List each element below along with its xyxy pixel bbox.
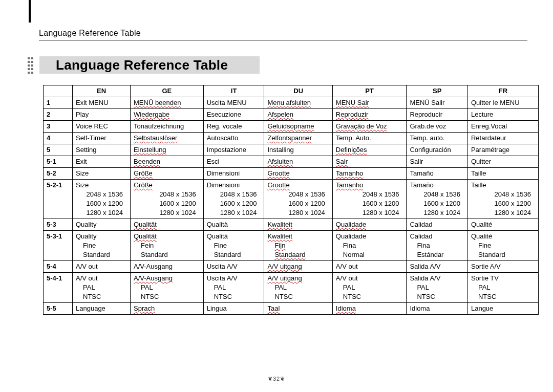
- cell-value: Dimensioni: [207, 181, 240, 189]
- cell-value: Paramétrage: [471, 146, 509, 154]
- cell-subline: PAL: [336, 283, 403, 292]
- cell-subline: Fein: [134, 241, 200, 250]
- cell-subvalue: Normal: [343, 251, 365, 258]
- page-number-ornament: ❦: [280, 376, 285, 382]
- cell-subline: 1600 x 1200: [267, 199, 329, 208]
- cell-value: Tamanho: [336, 181, 363, 189]
- cell-subvalue: 2048 x 1536: [363, 190, 399, 198]
- cell-value: Qualität: [134, 232, 157, 240]
- table-cell: Qualität: [131, 219, 204, 231]
- row-index: 3: [44, 121, 73, 133]
- row-index: 4: [44, 133, 73, 144]
- cell-value: Lingua: [207, 304, 227, 312]
- cell-value: A/V out: [336, 263, 358, 270]
- table-cell: Autoscatto: [203, 133, 264, 144]
- table-cell: Langue: [467, 303, 538, 315]
- table-cell: Uscita A/VPALNTSC: [203, 273, 264, 303]
- cell-subline: NTSC: [76, 292, 127, 301]
- table-cell: Afsluiten: [264, 156, 332, 168]
- cell-subvalue: 1600 x 1200: [494, 200, 531, 207]
- cell-value: Kwaliteit: [267, 221, 292, 228]
- cell-subvalue: NTSC: [141, 293, 159, 300]
- table-cell: A/V uitgangPALNTSC: [264, 273, 332, 303]
- table-cell: Paramétrage: [467, 144, 538, 156]
- table-cell: Kwaliteit: [264, 219, 332, 231]
- cell-subline: NTSC: [471, 292, 535, 301]
- table-cell: Taal: [264, 303, 332, 315]
- table-row: 2PlayWiedergabeEsecuzioneAfspelenReprodu…: [44, 109, 539, 121]
- cell-value: Afsluiten: [267, 158, 293, 165]
- cell-value: MENÜ beenden: [134, 99, 181, 106]
- cell-value: Tamaño: [410, 181, 433, 189]
- cell-subline: 1280 x 1024: [267, 208, 329, 217]
- cell-value: Configuración: [410, 146, 451, 154]
- cell-subline: 2048 x 1536: [336, 190, 403, 199]
- table-cell: Größe2048 x 15361600 x 12001280 x 1024: [131, 180, 204, 219]
- table-row: 5-4-1A/V outPALNTSCA/V-AusgangPALNTSCUsc…: [44, 273, 539, 303]
- table-cell: QualityFineStandard: [73, 231, 131, 261]
- table-cell: Sprach: [131, 303, 204, 315]
- cell-subvalue: Fine: [214, 242, 227, 249]
- table-cell: Lecture: [467, 109, 538, 121]
- cell-subvalue: 1600 x 1200: [363, 200, 399, 207]
- table-cell: Dimensioni2048 x 15361600 x 12001280 x 1…: [203, 180, 264, 219]
- cell-value: Zelfontspanner: [267, 134, 312, 142]
- col-pt: PT: [332, 85, 407, 97]
- cell-subline: 1600 x 1200: [410, 199, 464, 208]
- table-cell: A/V uitgang: [264, 261, 332, 273]
- table-cell: Salida A/V: [407, 261, 468, 273]
- table-cell: Retardateur: [467, 133, 538, 144]
- cell-value: A/V out: [336, 274, 358, 282]
- table-row: 5-1ExitBeendenEsciAfsluitenSairSalirQuit…: [44, 156, 539, 168]
- table-cell: Menu afsluiten: [264, 97, 332, 109]
- running-head-rule: [39, 40, 527, 40]
- page-number-value: 32: [273, 376, 280, 382]
- cell-subvalue: NTSC: [417, 293, 435, 300]
- cell-subvalue: NTSC: [274, 293, 292, 300]
- table-cell: Tamanho: [332, 168, 407, 180]
- cell-subline: NTSC: [336, 292, 403, 301]
- table-cell: Configuración: [407, 144, 468, 156]
- cell-value: Sair: [336, 158, 348, 165]
- document-page: Language Reference Table Language Refere…: [10, 0, 543, 392]
- cell-value: Lecture: [471, 111, 493, 118]
- table-cell: Play: [73, 109, 131, 121]
- dot-ornament: [28, 56, 33, 74]
- cell-subvalue: PAL: [343, 284, 355, 291]
- cell-value: Retardateur: [471, 134, 506, 142]
- table-cell: MENÜ beenden: [131, 97, 204, 109]
- table-row: 5-2-1Size2048 x 15361600 x 12001280 x 10…: [44, 180, 539, 219]
- table-cell: QualitàFineStandard: [203, 231, 264, 261]
- table-cell: Reg. vocale: [203, 121, 264, 133]
- cell-value: Dimensioni: [207, 169, 240, 177]
- table-cell: MENU Sair: [332, 97, 407, 109]
- table-cell: Zelfontspanner: [264, 133, 332, 144]
- table-cell: Enreg.Vocal: [467, 121, 538, 133]
- cell-subline: Estándar: [410, 250, 464, 259]
- cell-subline: 1280 x 1024: [410, 208, 464, 217]
- cell-value: Reproducir: [410, 111, 442, 118]
- table-cell: Size2048 x 15361600 x 12001280 x 1024: [73, 180, 131, 219]
- cell-value: Gravação de Voz: [336, 122, 387, 130]
- cell-value: Play: [76, 111, 89, 118]
- cell-subvalue: PAL: [417, 284, 429, 291]
- table-cell: MENÚ Salir: [407, 97, 468, 109]
- cell-subvalue: PAL: [274, 284, 287, 291]
- cell-value: Esci: [207, 158, 220, 165]
- row-index: 5-4: [44, 261, 73, 273]
- section-title-row: Language Reference Table: [28, 55, 540, 75]
- row-index: 5: [44, 144, 73, 156]
- cell-value: Size: [76, 169, 89, 177]
- table-cell: Beenden: [131, 156, 204, 168]
- table-cell: Language: [73, 303, 131, 315]
- table-cell: Temp. auto.: [407, 133, 468, 144]
- row-index: 5-3-1: [44, 231, 73, 261]
- cell-value: A/V out: [76, 263, 98, 270]
- table-cell: Taille: [467, 168, 538, 180]
- cell-value: Definições: [336, 146, 367, 154]
- cell-subvalue: 1280 x 1024: [220, 209, 257, 216]
- cell-value: Beenden: [134, 158, 160, 165]
- row-index: 1: [44, 97, 73, 109]
- cell-subvalue: Standard: [214, 251, 241, 258]
- col-en: EN: [73, 85, 131, 97]
